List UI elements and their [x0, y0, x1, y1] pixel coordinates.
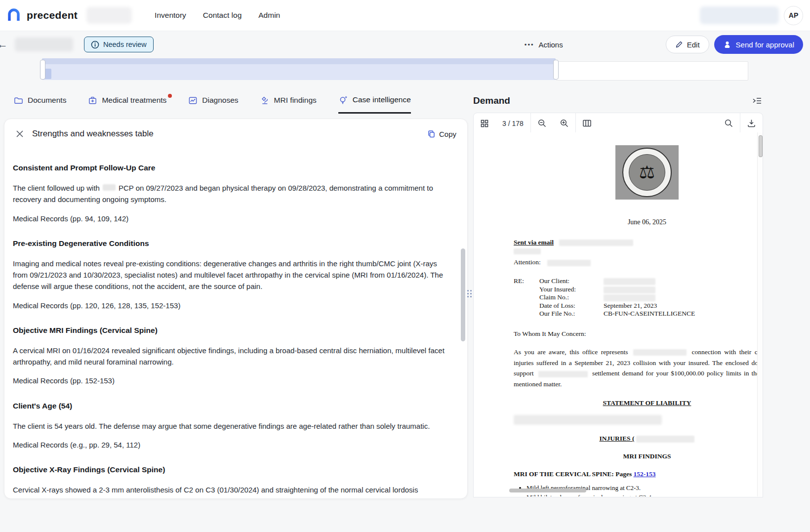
section-heading: Client's Age (54): [13, 400, 445, 412]
close-icon[interactable]: [15, 129, 24, 138]
demand-title: Demand: [473, 95, 510, 106]
section-source: Medical Records (pp. 94, 109, 142): [13, 213, 445, 224]
lightbulb-sparkle-icon: [338, 95, 348, 105]
actions-label: Actions: [539, 41, 563, 49]
re-labels: Our Client: Your Insured: Claim No.: Dat…: [539, 277, 604, 318]
redacted-email: [559, 240, 633, 246]
section-heading: Consistent and Prompt Follow-Up Care: [13, 162, 445, 174]
tab-bar: Documents Medical treatments Diagnoses M…: [14, 88, 411, 114]
alert-dot: [168, 94, 172, 98]
section-source: Medical Records (pp. 120, 126, 128, 135,…: [13, 300, 445, 311]
copy-label: Copy: [439, 130, 456, 138]
collapse-panel-icon[interactable]: [752, 96, 762, 105]
thumbnails-grid-icon[interactable]: [474, 113, 495, 133]
send-for-approval-label: Send for approval: [736, 41, 794, 49]
back-arrow-icon[interactable]: ←: [0, 38, 9, 51]
pdf-toolbar: 3 / 178: [473, 113, 763, 134]
folder-icon: [14, 96, 23, 105]
redacted-liability-text: [514, 415, 662, 425]
redacted-line: [514, 248, 541, 254]
attention-line: Attention:: [514, 258, 758, 266]
redacted-case-name: [15, 38, 73, 51]
timeline-slider[interactable]: [42, 58, 748, 80]
page-indicator: 3 / 178: [495, 120, 530, 127]
pdf-vertical-scrollbar-thumb[interactable]: [759, 135, 763, 157]
medkit-icon: [88, 96, 97, 105]
re-block: RE: Our Client: Your Insured: Claim No.:…: [514, 277, 758, 318]
section-source: Medical Records (e.g., pp. 29, 54, 112): [13, 439, 445, 450]
precedent-logo-icon: [6, 7, 22, 23]
nav-item-inventory[interactable]: Inventory: [155, 11, 186, 20]
section-body: Imaging and medical notes reveal pre-exi…: [13, 258, 445, 292]
mri-findings-heading: MRI FINDINGS: [514, 452, 758, 460]
redacted-inline: [538, 371, 588, 377]
redacted-admin-button[interactable]: [700, 6, 779, 24]
timeline-selected-top-strip: [42, 58, 556, 64]
download-icon[interactable]: [740, 113, 763, 133]
tab-documents-label: Documents: [28, 96, 66, 105]
injuries-heading: INJURIES (: [514, 435, 758, 443]
user-avatar[interactable]: AP: [784, 6, 803, 25]
section-body: The client is 54 years old. The defense …: [13, 420, 445, 432]
timeline-unselected-range[interactable]: [556, 61, 748, 81]
send-for-approval-button[interactable]: Send for approval: [714, 35, 803, 54]
info-icon: [91, 41, 99, 49]
zoom-in-icon[interactable]: [553, 113, 575, 133]
pdf-horizontal-scrollbar-thumb[interactable]: [509, 489, 586, 492]
edit-label: Edit: [687, 41, 700, 49]
letter-date: June 06, 2025: [514, 218, 758, 226]
redacted-inline: [636, 436, 694, 443]
redacted-nav-item[interactable]: [86, 7, 132, 24]
brand-name: precedent: [27, 9, 78, 21]
slider-right-handle[interactable]: [553, 60, 559, 80]
redacted-inline: [633, 349, 687, 356]
nav-links: Inventory Contact log Admin: [155, 11, 280, 20]
letter-paragraph: As you are aware, this office represents…: [514, 347, 758, 389]
pdf-vertical-scrollbar[interactable]: [757, 132, 763, 496]
panel-content: Consistent and Prompt Follow-Up Care The…: [4, 162, 467, 499]
person-stamp-icon: [723, 41, 731, 49]
tab-mri-findings-label: MRI findings: [274, 96, 317, 105]
re-values: September 21, 2023 CB-FUN-CASEINTELLIGEN…: [604, 277, 695, 318]
status-badge: Needs review: [84, 37, 154, 52]
edit-button[interactable]: Edit: [666, 36, 709, 53]
demand-header: Demand: [473, 92, 767, 110]
case-header: ← Needs review ••• Actions Edit Send for…: [0, 31, 810, 58]
sent-via-line: Sent via email: [514, 239, 758, 254]
redacted-client: [604, 278, 655, 285]
section-body: Cervical X-rays showed a 2-3 mm anteroli…: [13, 484, 445, 499]
pages-link[interactable]: 152-153: [634, 470, 656, 478]
tab-medical-treatments[interactable]: Medical treatments: [88, 88, 166, 114]
tab-case-intelligence[interactable]: Case intelligence: [338, 88, 411, 114]
top-navbar: precedent Inventory Contact log Admin AP: [0, 0, 810, 31]
actions-button[interactable]: ••• Actions: [525, 41, 563, 49]
pdf-viewer: ⚖ June 06, 2025 Sent via email Attention…: [473, 132, 763, 497]
slider-left-handle[interactable]: [40, 60, 45, 80]
microscope-icon: [260, 96, 270, 105]
panel-header: Strengths and weaknesses table Copy: [4, 119, 467, 149]
left-panel-scrollbar-thumb[interactable]: [461, 248, 465, 341]
statement-of-liability-heading: STATEMENT OF LIABILITY: [514, 399, 758, 407]
brand-logo[interactable]: precedent: [6, 7, 78, 23]
strengths-weaknesses-panel: Strengths and weaknesses table Copy Cons…: [4, 119, 468, 499]
redacted-insured: [604, 286, 655, 293]
tab-mri-findings[interactable]: MRI findings: [260, 88, 317, 114]
pencil-icon: [675, 41, 683, 48]
timeline-selected-range[interactable]: [42, 58, 556, 80]
nav-item-contact-log[interactable]: Contact log: [203, 11, 242, 20]
mri-subheading: MRI OF THE CERVICAL SPINE: Pages 152-153: [514, 470, 758, 478]
copy-button[interactable]: Copy: [427, 130, 456, 138]
redacted-name: [547, 260, 591, 266]
nav-item-admin[interactable]: Admin: [258, 11, 280, 20]
tab-diagnoses[interactable]: Diagnoses: [188, 88, 238, 114]
tab-documents[interactable]: Documents: [14, 88, 66, 114]
zoom-out-icon[interactable]: [531, 113, 553, 133]
copy-icon: [427, 130, 436, 138]
page-layout-icon[interactable]: [576, 113, 598, 133]
redacted-claim-no: [604, 294, 655, 301]
ellipsis-icon: •••: [525, 41, 534, 48]
panel-resize-handle[interactable]: [467, 288, 472, 299]
search-icon[interactable]: [718, 113, 740, 133]
panel-title: Strengths and weaknesses table: [32, 129, 154, 139]
section-source: Medical Records (pp. 152-153): [13, 375, 445, 386]
